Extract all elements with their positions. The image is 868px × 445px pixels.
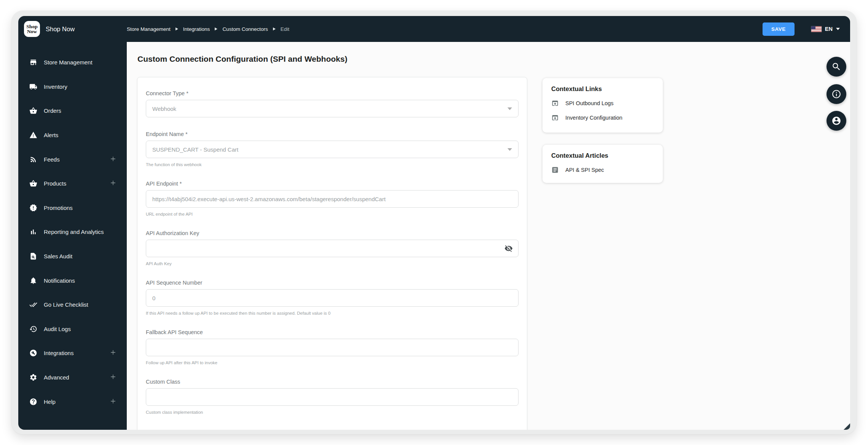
info-button[interactable]	[827, 84, 846, 104]
sidebar: Store Management Inventory Orders Alerts…	[18, 42, 127, 430]
contextual-links-card: Contextual Links SPI Outbound Logs Inven…	[542, 78, 663, 133]
field-endpoint-name: Endpoint Name * SUSPEND_CART - Suspend C…	[146, 131, 519, 167]
open-in-browser-icon	[551, 114, 559, 122]
sidebar-item-label: Integrations	[44, 350, 109, 356]
connector-type-select[interactable]: Webhook	[146, 100, 519, 117]
sidebar-item-label: Inventory	[44, 83, 117, 90]
bar-chart-icon	[29, 228, 37, 236]
bell-icon	[29, 276, 37, 285]
promo-badge-icon	[29, 203, 37, 212]
sidebar-item-sales-audit[interactable]: Sales Audit	[18, 244, 127, 269]
field-api-sequence-number: API Sequence Number If this API needs a …	[146, 280, 519, 315]
sidebar-item-label: Sales Audit	[44, 253, 117, 259]
chevron-down-icon	[507, 148, 512, 151]
field-label: API Endpoint *	[146, 181, 519, 187]
contextual-articles-title: Contextual Articles	[551, 152, 654, 159]
sidebar-item-label: Alerts	[44, 132, 117, 138]
breadcrumb-separator-icon	[176, 27, 178, 30]
toggle-visibility-button[interactable]	[504, 244, 513, 253]
article-api-spi-spec[interactable]: API & SPI Spec	[551, 166, 654, 174]
field-custom-class: Custom Class Custom class implementation	[146, 379, 519, 415]
language-code: EN	[825, 26, 833, 32]
breadcrumb-store-management[interactable]: Store Management	[127, 26, 171, 32]
link-spi-outbound-logs[interactable]: SPI Outbound Logs	[551, 99, 654, 107]
chevron-down-icon	[507, 107, 512, 110]
field-label: Fallback API Sequence	[146, 329, 519, 335]
chevron-down-icon	[836, 28, 840, 30]
breadcrumb-edit: Edit	[281, 26, 289, 32]
gear-icon	[29, 373, 37, 382]
sidebar-item-reporting-analytics[interactable]: Reporting and Analytics	[18, 220, 127, 244]
rss-icon	[29, 155, 37, 163]
sidebar-item-label: Audit Logs	[44, 326, 117, 332]
account-button[interactable]	[827, 111, 846, 131]
search-button[interactable]	[827, 57, 846, 77]
expand-plus-icon[interactable]	[109, 179, 117, 188]
article-label: API & SPI Spec	[565, 167, 604, 173]
sidebar-item-go-live-checklist[interactable]: Go Live Checklist	[18, 293, 127, 317]
sidebar-item-label: Feeds	[44, 156, 109, 163]
store-icon	[29, 58, 37, 67]
resize-handle[interactable]	[844, 423, 850, 430]
api-auth-key-input[interactable]	[146, 240, 519, 257]
fallback-api-sequence-input[interactable]	[146, 339, 519, 356]
language-selector[interactable]: EN	[811, 26, 840, 32]
link-inventory-configuration[interactable]: Inventory Configuration	[551, 114, 654, 122]
doc-search-icon	[29, 252, 37, 261]
article-icon	[551, 166, 559, 174]
breadcrumb-integrations[interactable]: Integrations	[183, 26, 210, 32]
open-in-browser-icon	[551, 99, 559, 107]
field-label: API Authorization Key	[146, 230, 519, 236]
sidebar-item-label: Advanced	[44, 374, 109, 381]
sidebar-item-label: Help	[44, 399, 109, 405]
custom-class-input[interactable]	[146, 388, 519, 406]
link-label: Inventory Configuration	[565, 115, 622, 121]
field-fallback-api-sequence: Fallback API Sequence Follow up API afte…	[146, 329, 519, 365]
help-icon	[29, 397, 37, 406]
sidebar-item-products[interactable]: Products	[18, 171, 127, 196]
sidebar-item-notifications[interactable]: Notifications	[18, 268, 127, 293]
sidebar-item-alerts[interactable]: Alerts	[18, 123, 127, 147]
sidebar-item-feeds[interactable]: Feeds	[18, 147, 127, 171]
expand-plus-icon[interactable]	[109, 397, 117, 406]
field-helper: The function of this webhook	[146, 162, 519, 167]
brand[interactable]: Shop Now Shop Now	[18, 21, 127, 37]
page-title: Custom Connection Configuration (SPI and…	[137, 54, 347, 64]
sidebar-item-label: Reporting and Analytics	[44, 229, 117, 235]
expand-plus-icon[interactable]	[109, 349, 117, 357]
sidebar-item-store-management[interactable]: Store Management	[18, 50, 127, 75]
brand-name: Shop Now	[46, 26, 75, 33]
sidebar-item-help[interactable]: Help	[18, 389, 127, 414]
sidebar-item-label: Go Live Checklist	[44, 301, 117, 308]
sidebar-item-label: Promotions	[44, 205, 117, 211]
breadcrumb: Store Management Integrations Custom Con…	[127, 26, 289, 32]
info-icon	[831, 89, 841, 99]
eye-off-icon	[504, 244, 513, 253]
sidebar-item-advanced[interactable]: Advanced	[18, 365, 127, 390]
api-endpoint-input[interactable]	[146, 190, 519, 208]
contextual-links-title: Contextual Links	[551, 85, 654, 93]
basket-icon	[29, 107, 37, 115]
expand-plus-icon[interactable]	[109, 373, 117, 382]
api-sequence-number-input[interactable]	[146, 289, 519, 307]
field-helper: API Auth Key	[146, 261, 519, 266]
field-label: Endpoint Name *	[146, 131, 519, 137]
sidebar-item-inventory[interactable]: Inventory	[18, 75, 127, 99]
sidebar-item-orders[interactable]: Orders	[18, 99, 127, 123]
breadcrumb-custom-connectors[interactable]: Custom Connectors	[222, 26, 268, 32]
sidebar-item-label: Notifications	[44, 277, 117, 284]
sidebar-item-integrations[interactable]: Integrations	[18, 341, 127, 365]
sidebar-item-label: Store Management	[44, 59, 117, 66]
truck-icon	[29, 82, 37, 91]
double-check-icon	[29, 301, 37, 309]
warning-icon	[29, 131, 37, 139]
endpoint-name-select[interactable]: SUSPEND_CART - Suspend Cart	[146, 141, 519, 158]
selected-value: SUSPEND_CART - Suspend Cart	[152, 146, 238, 153]
expand-plus-icon[interactable]	[109, 155, 117, 164]
save-button[interactable]: SAVE	[763, 22, 795, 36]
field-helper: Custom class implementation	[146, 410, 519, 415]
sidebar-item-promotions[interactable]: Promotions	[18, 196, 127, 220]
field-helper: Follow up API after this API to invoke	[146, 360, 519, 365]
app-body: Store Management Inventory Orders Alerts…	[18, 42, 850, 430]
sidebar-item-audit-logs[interactable]: Audit Logs	[18, 317, 127, 341]
